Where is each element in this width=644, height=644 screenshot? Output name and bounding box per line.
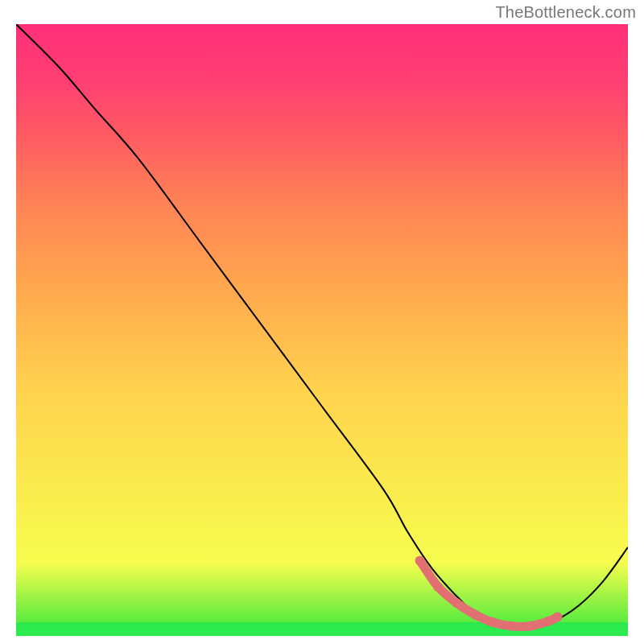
svg-point-8 <box>553 612 563 621</box>
svg-point-2 <box>452 598 461 608</box>
svg-point-3 <box>470 609 480 619</box>
svg-point-0 <box>415 556 425 566</box>
bottleneck-curve <box>16 24 628 627</box>
svg-point-4 <box>489 617 498 627</box>
svg-point-6 <box>525 621 535 631</box>
chart-overlay <box>16 24 628 636</box>
svg-point-1 <box>433 582 443 592</box>
chart-canvas <box>16 24 628 636</box>
svg-point-7 <box>543 617 553 626</box>
watermark-text: TheBottleneck.com <box>495 3 636 22</box>
svg-point-5 <box>507 621 517 631</box>
sweet-band <box>415 556 563 631</box>
